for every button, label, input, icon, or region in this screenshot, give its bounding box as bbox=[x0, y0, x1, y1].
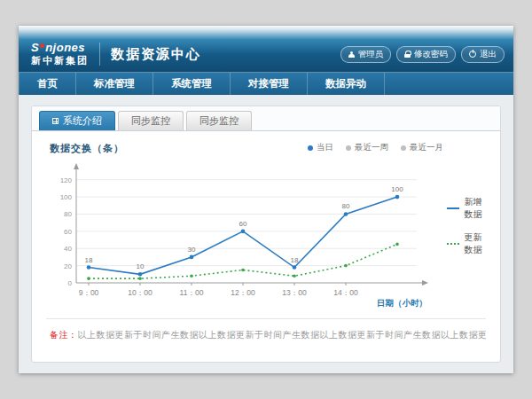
tab-sync-monitor-1-label: 同步监控 bbox=[131, 114, 170, 128]
y-tick-label: 100 bbox=[60, 193, 73, 201]
solid-line-icon bbox=[447, 207, 459, 209]
data-point-label: 60 bbox=[239, 220, 247, 228]
data-point-label: 18 bbox=[85, 256, 93, 264]
x-tick-label: 9：00 bbox=[79, 288, 99, 297]
data-point bbox=[190, 255, 194, 260]
nav-item-standard-mgmt[interactable]: 标准管理 bbox=[76, 73, 153, 95]
chart-y-axis-title: 数据交换（条） bbox=[50, 142, 124, 155]
legend-update-data-label: 更新数据 bbox=[465, 231, 485, 256]
footnote-text: 以上数据更新于时间产生数据以上数据更新于时间产生数据以上数据更新于时间产生数据以… bbox=[78, 330, 487, 340]
grid-icon bbox=[52, 118, 59, 124]
x-axis-arrow-icon bbox=[422, 280, 428, 286]
footnote: 备注：以上数据更新于时间产生数据以上数据更新于时间产生数据以上数据更新于时间产生… bbox=[46, 318, 486, 351]
tab-sync-monitor-2[interactable]: 同步监控 bbox=[186, 111, 252, 130]
series-legend: 新增数据 更新数据 bbox=[442, 159, 484, 313]
x-tick-label: 11：00 bbox=[180, 288, 204, 297]
legend-new-data-label: 新增数据 bbox=[465, 196, 485, 221]
header: Snjones 新中新集团 数据资源中心 管理员 修改密码 退出 bbox=[19, 26, 513, 72]
data-point bbox=[138, 277, 142, 280]
y-tick-label: 20 bbox=[64, 262, 72, 270]
data-point bbox=[87, 277, 90, 280]
admin-button[interactable]: 管理员 bbox=[340, 46, 392, 63]
data-point bbox=[293, 274, 296, 278]
filter-dot-icon bbox=[308, 145, 313, 151]
header-divider bbox=[99, 43, 100, 66]
chart-header: 数据交换（条） 当日 最近一周 最近一月 bbox=[50, 142, 484, 155]
tab-system-intro-label: 系统介绍 bbox=[63, 114, 102, 128]
line-chart: 0204060801001209：0010：0011：0012：0013：001… bbox=[50, 159, 442, 313]
data-point bbox=[241, 230, 246, 234]
data-point bbox=[395, 243, 399, 246]
x-axis-title: 日期（小时） bbox=[377, 298, 427, 309]
x-tick-label: 14：00 bbox=[333, 288, 358, 297]
y-tick-label: 80 bbox=[64, 210, 72, 218]
data-point bbox=[241, 269, 245, 272]
data-point-label: 10 bbox=[137, 262, 145, 270]
tab-system-intro[interactable]: 系统介绍 bbox=[39, 111, 115, 130]
nav-item-data-change[interactable]: 数据异动 bbox=[308, 73, 385, 95]
tab-sync-monitor-1[interactable]: 同步监控 bbox=[118, 111, 184, 130]
filter-last-month-label: 最近一月 bbox=[410, 142, 443, 153]
page-title: 数据资源中心 bbox=[111, 46, 201, 63]
header-actions: 管理员 修改密码 退出 bbox=[340, 46, 505, 63]
y-tick-label: 0 bbox=[68, 279, 73, 287]
logout-label: 退出 bbox=[480, 49, 497, 60]
logo-brand: Snjones bbox=[31, 42, 89, 53]
filter-today[interactable]: 当日 bbox=[308, 142, 333, 153]
user-icon bbox=[348, 51, 355, 58]
data-point-label: 100 bbox=[391, 185, 403, 193]
filter-last-week-label: 最近一周 bbox=[355, 142, 388, 153]
logout-button[interactable]: 退出 bbox=[461, 46, 505, 63]
footnote-prefix: 备注： bbox=[50, 330, 78, 340]
nav-item-system-mgmt[interactable]: 系统管理 bbox=[153, 73, 231, 95]
dotted-line-icon bbox=[447, 243, 459, 245]
tab-strip: 系统介绍 同步监控 同步监控 bbox=[32, 106, 500, 131]
y-tick-label: 40 bbox=[64, 245, 72, 253]
nav-item-connect-mgmt[interactable]: 对接管理 bbox=[231, 73, 308, 95]
tab-sync-monitor-2-label: 同步监控 bbox=[200, 114, 239, 128]
chart-body: 0204060801001209：0010：0011：0012：0013：001… bbox=[50, 159, 484, 313]
power-icon bbox=[469, 51, 476, 58]
change-password-label: 修改密码 bbox=[414, 49, 448, 60]
main-nav: 首页 标准管理 系统管理 对接管理 数据异动 bbox=[19, 72, 513, 95]
filter-last-week[interactable]: 最近一周 bbox=[346, 142, 388, 153]
chart-area: 数据交换（条） 当日 最近一周 最近一月 bbox=[32, 131, 500, 313]
filter-dot-icon bbox=[401, 145, 406, 151]
data-point bbox=[138, 272, 143, 277]
data-point bbox=[395, 195, 400, 200]
logo-red-dot-icon bbox=[40, 43, 44, 48]
x-tick-label: 12：00 bbox=[231, 288, 255, 297]
y-tick-label: 120 bbox=[60, 176, 73, 184]
logo-brand-left: S bbox=[31, 42, 39, 53]
chart-filters: 当日 最近一周 最近一月 bbox=[308, 142, 484, 153]
data-point bbox=[190, 274, 193, 278]
logo: Snjones 新中新集团 bbox=[31, 42, 89, 66]
change-password-button[interactable]: 修改密码 bbox=[396, 46, 456, 63]
data-point bbox=[87, 265, 91, 270]
data-point bbox=[293, 265, 297, 270]
line-chart-svg: 0204060801001209：0010：0011：0012：0013：001… bbox=[50, 159, 442, 309]
filter-today-label: 当日 bbox=[317, 142, 333, 153]
admin-button-label: 管理员 bbox=[358, 49, 384, 60]
data-point bbox=[344, 264, 348, 268]
y-tick-label: 60 bbox=[64, 228, 72, 236]
y-axis-arrow-icon bbox=[74, 163, 79, 169]
logo-brand-right: njones bbox=[45, 42, 85, 53]
app-window: Snjones 新中新集团 数据资源中心 管理员 修改密码 退出 首页 标准管理… bbox=[19, 26, 513, 373]
logo-company-name: 新中新集团 bbox=[31, 56, 89, 66]
legend-update-data[interactable]: 更新数据 bbox=[447, 231, 484, 256]
x-tick-label: 13：00 bbox=[282, 288, 307, 297]
data-point bbox=[344, 212, 348, 216]
series-line-0 bbox=[89, 197, 397, 274]
content-area: 系统介绍 同步监控 同步监控 数据交换（条） 当日 bbox=[19, 95, 513, 373]
filter-dot-icon bbox=[346, 145, 351, 151]
main-panel: 系统介绍 同步监控 同步监控 数据交换（条） 当日 bbox=[31, 106, 501, 363]
data-point-label: 30 bbox=[188, 246, 196, 254]
data-point-label: 80 bbox=[342, 202, 350, 210]
x-tick-label: 10：00 bbox=[128, 288, 153, 297]
data-point-label: 18 bbox=[291, 256, 299, 264]
nav-item-home[interactable]: 首页 bbox=[19, 73, 76, 95]
filter-last-month[interactable]: 最近一月 bbox=[401, 142, 443, 153]
lock-icon bbox=[404, 51, 411, 58]
legend-new-data[interactable]: 新增数据 bbox=[447, 196, 484, 221]
